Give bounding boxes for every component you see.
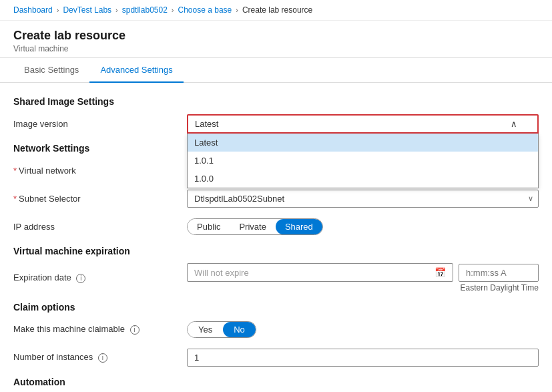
breadcrumb: Dashboard › DevTest Labs › spdtllab0502 …	[0, 0, 552, 21]
image-version-option-100[interactable]: 1.0.0	[188, 170, 538, 188]
page-title: Create lab resource	[13, 29, 539, 43]
main-content: Shared Image Settings Image version Late…	[0, 83, 552, 392]
image-version-row: Image version Latest ∧ Latest 1.0.1 1.0.…	[13, 114, 539, 134]
image-version-option-101[interactable]: 1.0.1	[188, 152, 538, 170]
subnet-dropdown-wrapper: DtlspdtlLab0502Subnet ∨	[187, 190, 539, 208]
tab-basic-settings[interactable]: Basic Settings	[13, 58, 89, 83]
tab-advanced-settings[interactable]: Advanced Settings	[89, 58, 183, 83]
subnet-selector-label: *Subnet Selector	[13, 194, 187, 204]
image-version-label: Image version	[13, 119, 187, 129]
ip-private-button[interactable]: Private	[230, 219, 275, 234]
image-version-dropdown[interactable]: Latest ∧ Latest 1.0.1 1.0.0	[187, 114, 539, 134]
claimable-control: Yes No	[187, 321, 539, 338]
breadcrumb-sep-4: ›	[236, 6, 238, 14]
claimable-row: Make this machine claimable i Yes No	[13, 319, 539, 339]
breadcrumb-devtest[interactable]: DevTest Labs	[63, 5, 111, 15]
image-version-selected: Latest	[195, 119, 218, 129]
instances-label: Number of instances i	[13, 352, 187, 363]
page-header: Create lab resource Virtual machine	[0, 21, 552, 58]
claimable-info-icon[interactable]: i	[130, 325, 140, 335]
breadcrumb-sep-1: ›	[57, 6, 59, 14]
claimable-label: Make this machine claimable i	[13, 324, 187, 335]
virtual-network-required-star: *	[13, 166, 17, 176]
ip-address-row: IP address Public Private Shared	[13, 216, 539, 236]
ip-toggle: Public Private Shared	[187, 218, 323, 235]
expiration-info-icon[interactable]: i	[76, 274, 85, 283]
instances-info-icon[interactable]: i	[98, 353, 107, 363]
yes-no-toggle: Yes No	[187, 321, 256, 338]
subnet-selector-control: DtlspdtlLab0502Subnet ∨	[187, 190, 539, 208]
calendar-icon[interactable]: 📅	[435, 267, 446, 278]
instances-control	[187, 349, 539, 367]
claimable-yes-button[interactable]: Yes	[188, 322, 223, 337]
page-subtitle: Virtual machine	[13, 44, 539, 53]
subnet-required-star: *	[13, 194, 17, 204]
breadcrumb-choose-base[interactable]: Choose a base	[178, 5, 232, 15]
expiration-inputs: Will not expire 📅	[187, 263, 539, 282]
instances-input[interactable]	[187, 349, 539, 367]
expiration-date-placeholder: Will not expire	[194, 268, 249, 278]
ip-shared-button[interactable]: Shared	[276, 219, 322, 234]
automation-section-title: Automation	[13, 377, 539, 387]
image-version-control: Latest ∧ Latest 1.0.1 1.0.0	[187, 114, 539, 134]
subnet-select[interactable]: DtlspdtlLab0502Subnet	[187, 190, 539, 208]
image-version-option-latest[interactable]: Latest	[188, 134, 538, 152]
expiration-date-row: Expiration date i Will not expire 📅 East…	[13, 263, 539, 292]
expiration-date-input[interactable]: Will not expire 📅	[187, 263, 453, 282]
expiration-time-input[interactable]	[459, 264, 539, 282]
ip-address-control: Public Private Shared	[187, 218, 539, 235]
breadcrumb-current: Create lab resource	[242, 5, 312, 15]
breadcrumb-dashboard[interactable]: Dashboard	[13, 5, 53, 15]
expiration-date-control: Will not expire 📅 Eastern Daylight Time	[187, 263, 539, 292]
breadcrumb-sep-2: ›	[115, 6, 118, 14]
virtual-network-label: *Virtual network	[13, 166, 187, 176]
claimable-no-button[interactable]: No	[223, 322, 256, 337]
ip-public-button[interactable]: Public	[188, 219, 230, 234]
tabs-container: Basic Settings Advanced Settings	[0, 58, 552, 83]
ip-address-label: IP address	[13, 222, 187, 232]
breadcrumb-lab[interactable]: spdtllab0502	[122, 5, 168, 15]
claim-section-title: Claim options	[13, 302, 539, 313]
breadcrumb-sep-3: ›	[172, 6, 174, 14]
instances-row: Number of instances i	[13, 347, 539, 367]
image-version-options: Latest 1.0.1 1.0.0	[187, 134, 539, 188]
subnet-selector-row: *Subnet Selector DtlspdtlLab0502Subnet ∨	[13, 188, 539, 208]
image-version-dropdown-header[interactable]: Latest ∧	[187, 114, 539, 134]
shared-image-section-title: Shared Image Settings	[13, 96, 539, 107]
expiration-date-label: Expiration date i	[13, 272, 187, 283]
expiration-section-title: Virtual machine expiration	[13, 246, 539, 256]
timezone-label: Eastern Daylight Time	[187, 283, 539, 292]
chevron-up-icon: ∧	[511, 119, 517, 129]
